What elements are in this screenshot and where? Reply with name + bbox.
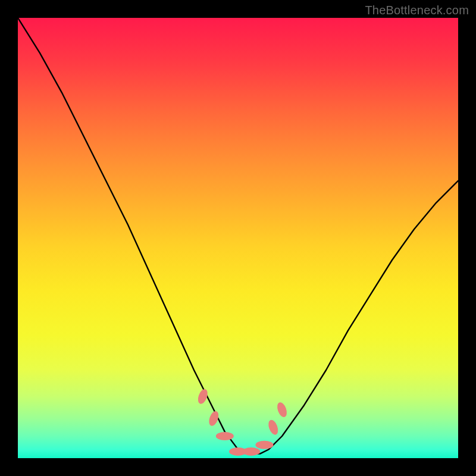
highlight-marker [267,419,280,436]
chart-svg [18,18,458,458]
plot-area [18,18,458,458]
highlight-markers [196,388,289,456]
highlight-marker [216,432,234,440]
watermark-text: TheBottleneck.com [365,4,469,17]
chart-frame: TheBottleneck.com [0,0,476,476]
highlight-marker [242,447,260,456]
highlight-marker [275,401,289,418]
bottleneck-curve [18,18,458,454]
highlight-marker [255,441,273,449]
